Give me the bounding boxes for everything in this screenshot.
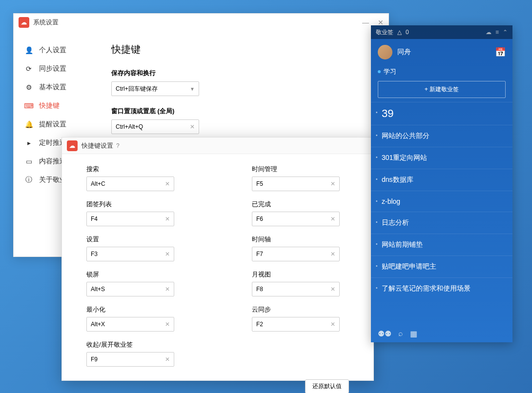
sidebar-item-basic[interactable]: ⚙基本设置 bbox=[14, 78, 97, 97]
clear-icon[interactable]: ✕ bbox=[165, 180, 170, 187]
sidebar-item-sync[interactable]: ⟳同步设置 bbox=[14, 59, 97, 78]
shortcut-input[interactable]: F5 ✕ bbox=[252, 177, 340, 191]
shortcut-input[interactable]: F6 ✕ bbox=[252, 212, 340, 226]
shortcut-value: F7 bbox=[256, 251, 263, 257]
field-save-behavior: 保存内容和换行 Ctrl+回车键保存 ▼ bbox=[111, 69, 374, 96]
shortcut-field: 已完成 F6 ✕ bbox=[252, 200, 349, 226]
clear-icon[interactable]: ✕ bbox=[330, 216, 335, 222]
note-item-big[interactable]: 39 bbox=[371, 102, 512, 125]
shortcut-field: 团签列表 F4 ✕ bbox=[86, 200, 184, 226]
shortcut-field: 时间轴 F7 ✕ bbox=[252, 235, 349, 261]
shortcut-value: F2 bbox=[256, 321, 263, 328]
clear-icon[interactable]: ✕ bbox=[330, 251, 335, 257]
save-behavior-select[interactable]: Ctrl+回车键保存 ▼ bbox=[111, 81, 199, 96]
clock-icon: ▸ bbox=[24, 138, 33, 147]
input-value: Ctrl+Alt+Q bbox=[116, 123, 143, 130]
shortcut-input[interactable]: F9 ✕ bbox=[86, 352, 174, 367]
shortcut-label: 云同步 bbox=[252, 305, 349, 314]
calendar-icon[interactable]: 📅 bbox=[495, 47, 506, 58]
field-label: 窗口置顶或置底 (全局) bbox=[111, 107, 374, 116]
notification-count: 0 bbox=[406, 29, 409, 36]
shortcut-value: F4 bbox=[91, 216, 98, 222]
category-dot-icon bbox=[378, 70, 381, 73]
shortcut-label: 设置 bbox=[86, 235, 184, 244]
help-icon[interactable]: ? bbox=[116, 142, 120, 149]
sidebar-item-shortcuts[interactable]: ⌨快捷键 bbox=[14, 97, 97, 115]
shortcut-value: F8 bbox=[256, 286, 263, 293]
shortcut-label: 最小化 bbox=[86, 305, 184, 314]
bell-icon[interactable]: △ bbox=[397, 29, 402, 36]
new-note-button[interactable]: + 新建敬业签 bbox=[378, 81, 506, 98]
shortcut-field: 最小化 Alt+X ✕ bbox=[86, 305, 184, 332]
shortcut-input[interactable]: F7 ✕ bbox=[252, 247, 340, 261]
select-value: Ctrl+回车键保存 bbox=[116, 85, 158, 93]
shortcut-input[interactable]: Alt+C ✕ bbox=[86, 177, 174, 191]
shortcut-input[interactable]: F4 ✕ bbox=[86, 212, 174, 226]
note-item[interactable]: 了解云笔记的需求和使用场景 bbox=[371, 277, 512, 299]
shortcut-value: F9 bbox=[91, 356, 98, 363]
shortcut-field: 锁屏 Alt+S ✕ bbox=[86, 270, 184, 296]
minimize-icon[interactable]: — bbox=[362, 19, 369, 26]
notes-list: 39 网站的公共部分 301重定向网站 dns数据库 z-blog 日志分析 网… bbox=[371, 102, 512, 325]
chevron-down-icon: ▼ bbox=[190, 86, 195, 92]
note-item[interactable]: 301重定向网站 bbox=[371, 147, 512, 169]
shortcut-value: F5 bbox=[256, 180, 263, 187]
note-item[interactable]: 网站的公共部分 bbox=[371, 125, 512, 147]
shortcut-input[interactable]: Alt+X ✕ bbox=[86, 317, 174, 332]
sidebar-item-personal[interactable]: 👤个人设置 bbox=[14, 41, 97, 59]
menu-icon[interactable]: ≡ bbox=[495, 29, 499, 36]
app-icon: ☁ bbox=[19, 17, 29, 28]
sidebar-item-label: 同步设置 bbox=[39, 64, 66, 73]
avatar[interactable] bbox=[378, 45, 392, 59]
shortcut-input[interactable]: F8 ✕ bbox=[252, 282, 340, 296]
category-row[interactable]: 学习 bbox=[371, 65, 512, 81]
shortcut-label: 锁屏 bbox=[86, 270, 184, 279]
sidebar-item-label: 快捷键 bbox=[39, 101, 60, 110]
field-window-topbottom: 窗口置顶或置底 (全局) Ctrl+Alt+Q ✕ bbox=[111, 107, 374, 134]
clear-icon[interactable]: ✕ bbox=[330, 321, 335, 328]
shortcut-value: Alt+X bbox=[91, 321, 105, 328]
shortcut-label: 团签列表 bbox=[86, 200, 184, 209]
clear-icon[interactable]: ✕ bbox=[165, 251, 170, 257]
note-item[interactable]: 网站前期铺垫 bbox=[371, 234, 512, 255]
sidebar-item-remind[interactable]: 🔔提醒设置 bbox=[14, 115, 97, 134]
note-item[interactable]: z-blog bbox=[371, 191, 512, 212]
app-icon: ☁ bbox=[67, 140, 78, 151]
note-item[interactable]: 日志分析 bbox=[371, 212, 512, 234]
shortcut-field: 设置 F3 ✕ bbox=[86, 235, 184, 261]
clear-icon[interactable]: ✕ bbox=[190, 123, 195, 130]
window-top-shortcut-input[interactable]: Ctrl+Alt+Q ✕ bbox=[111, 119, 199, 134]
reset-defaults-button[interactable]: 还原默认值 bbox=[305, 379, 349, 393]
clear-icon[interactable]: ✕ bbox=[330, 286, 335, 293]
shortcut-label: 搜索 bbox=[86, 165, 184, 174]
clear-icon[interactable]: ✕ bbox=[165, 321, 170, 328]
note-item[interactable]: dns数据库 bbox=[371, 169, 512, 191]
team-icon[interactable]: ⚉⚉ bbox=[378, 329, 391, 338]
notes-footer: ⚉⚉ ⌕ ▦ bbox=[371, 325, 512, 342]
clear-icon[interactable]: ✕ bbox=[165, 216, 170, 222]
shortcut-field: 收起/展开敬业签 F9 ✕ bbox=[86, 340, 184, 367]
shortcut-label: 收起/展开敬业签 bbox=[86, 340, 184, 349]
sidebar-item-label: 提醒设置 bbox=[39, 120, 66, 129]
notes-titlebar: 敬业签 △ 0 ☁ ≡ ⌃ bbox=[371, 25, 512, 39]
shortcut-label: 时间轴 bbox=[252, 235, 349, 244]
clear-icon[interactable]: ✕ bbox=[165, 286, 170, 293]
note-item[interactable]: 贴吧建吧申请吧主 bbox=[371, 255, 512, 277]
shortcut-field: 云同步 F2 ✕ bbox=[252, 305, 349, 332]
calendar-small-icon[interactable]: ▦ bbox=[410, 329, 417, 338]
info-icon: ⓘ bbox=[24, 176, 33, 184]
shortcut-input[interactable]: F2 ✕ bbox=[252, 317, 340, 332]
clear-icon[interactable]: ✕ bbox=[165, 356, 170, 363]
shortcut-field: 时间管理 F5 ✕ bbox=[252, 165, 349, 191]
shortcut-input[interactable]: Alt+S ✕ bbox=[86, 282, 174, 296]
shortcut-input[interactable]: F3 ✕ bbox=[86, 247, 174, 261]
shortcut-field: 搜索 Alt+C ✕ bbox=[86, 165, 184, 191]
clear-icon[interactable]: ✕ bbox=[330, 180, 335, 187]
shortcut-value: Alt+C bbox=[91, 180, 105, 187]
shortcut-value: Alt+S bbox=[91, 286, 105, 293]
sync-icon: ⟳ bbox=[24, 64, 33, 73]
cloud-icon[interactable]: ☁ bbox=[486, 29, 491, 36]
sidebar-item-label: 基本设置 bbox=[39, 83, 66, 92]
search-icon[interactable]: ⌕ bbox=[398, 329, 403, 338]
collapse-icon[interactable]: ⌃ bbox=[503, 29, 508, 36]
